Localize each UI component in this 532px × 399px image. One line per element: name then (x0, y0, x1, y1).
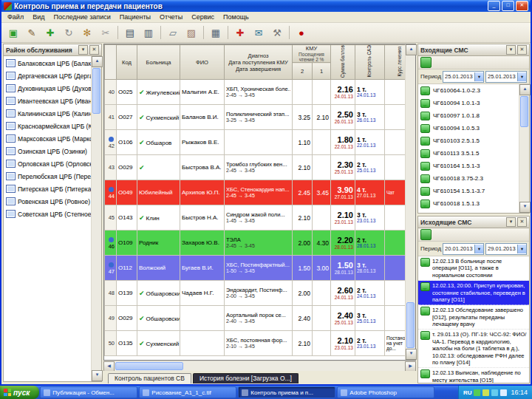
close-panel-icon[interactable]: ✕ (89, 45, 99, 55)
scroll-down-icon[interactable]: ▼ (406, 349, 417, 360)
incoming-sms-item[interactable]: ЧГ610064-1.0-2.3 (418, 84, 519, 97)
cut-icon[interactable]: ✂ (97, 24, 115, 41)
table-row[interactable]: 47О112ВолжскийБугаев В.И.ХБС, Постинфарк… (105, 256, 406, 281)
incoming-date-to[interactable]: 25.01.2013▼ (485, 71, 527, 83)
district-item[interactable]: Калининская ЦРБ (Калининск) (4, 107, 91, 120)
taskbar-button[interactable]: Рисование_А1_1_с.tif (139, 386, 236, 398)
table-row[interactable]: 50О135✔СухменскийХБС, постоянная фор...2… (105, 331, 406, 356)
add-record-icon[interactable]: ✚ (41, 24, 59, 41)
pin-panel-icon[interactable]: ▾ (78, 45, 88, 55)
network-icon[interactable] (491, 389, 498, 396)
close-panel-icon[interactable]: ✕ (517, 45, 527, 55)
start-button[interactable]: пуск (0, 386, 39, 399)
language-indicator[interactable]: RU (463, 389, 472, 396)
incoming-sms-item[interactable]: ЧГ610094 1.0.5.3 (418, 122, 519, 134)
district-item[interactable]: Духовницкая ЦРБ (Духовницкое) (4, 82, 91, 95)
close-panel-icon[interactable]: ✕ (517, 217, 527, 227)
copy-icon[interactable]: ▱ (164, 24, 182, 41)
header-code[interactable]: Код (117, 45, 137, 80)
district-item[interactable]: Ивантеевская ЦРБ (Ивантеевка) (4, 95, 91, 107)
menu-item[interactable]: Сервис (187, 13, 219, 21)
header-kmu-group[interactable]: КМУ Посещения чтение 2 % (293, 45, 331, 63)
incoming-sms-item[interactable]: ЧГ610113 3.5.1.5 (418, 147, 519, 160)
chevron-down-icon[interactable]: ▼ (474, 245, 483, 253)
header-fio[interactable]: ФИО (180, 45, 225, 80)
taskbar-button[interactable]: Публикация - Обмен... (40, 386, 137, 398)
header-kmu1[interactable]: 1 (313, 63, 331, 80)
tools-icon[interactable]: ⚒ (268, 24, 286, 41)
titlebar[interactable]: Контроль приема и передачи пациентов _ □… (1, 0, 531, 12)
table-row[interactable]: 41О027✔СухменскийБаланов В.И.Поликлиниче… (105, 105, 406, 130)
outgoing-date-to[interactable]: 29.01.2013▼ (485, 243, 527, 255)
outgoing-sms-item[interactable]: 12.02.13 Обследование завершено [О12], р… (418, 305, 529, 330)
incoming-sms-item[interactable]: ЧГ610154 1.5.1-3.7 (418, 185, 519, 197)
chevron-down-icon[interactable]: ▼ (474, 72, 483, 81)
antivirus-shield-icon[interactable] (474, 389, 480, 396)
outgoing-sms-item[interactable]: 12.02.13 Выписан, наблюдение по месту жи… (418, 368, 529, 383)
taskbar-button[interactable]: Adobe Photoshop (337, 386, 434, 398)
menu-item[interactable]: Пациенты (115, 13, 155, 21)
scrollbar-thumb[interactable] (92, 68, 100, 114)
close-button[interactable]: ✕ (516, 1, 528, 11)
header-kmu2[interactable]: 2 (293, 63, 313, 80)
table-row[interactable]: 42О106✔ОбшаровРыжаков В.Е.1.101.8022.01.… (105, 130, 406, 155)
new-sms-icon[interactable] (420, 57, 432, 68)
header-hospital[interactable]: Больница (137, 45, 180, 80)
chevron-down-icon[interactable]: ▼ (517, 72, 526, 81)
scrollbar-thumb[interactable] (520, 96, 528, 127)
scroll-up-icon[interactable]: ▲ (92, 56, 103, 67)
menu-item[interactable]: Последние записи (49, 13, 115, 21)
stop-icon[interactable]: ● (293, 24, 310, 41)
scroll-down-icon[interactable]: ▼ (519, 202, 531, 213)
districts-scrollbar[interactable]: ▲ ▼ (91, 56, 101, 381)
clock[interactable]: 16:14 (511, 389, 528, 396)
scroll-down-icon[interactable]: ▼ (92, 370, 103, 381)
database-icon[interactable]: ▣ (4, 24, 22, 41)
chevron-down-icon[interactable]: ▼ (517, 245, 526, 253)
scrollbar-thumb[interactable] (406, 302, 415, 348)
district-item[interactable]: Питерская ЦРБ (Питерка) (4, 183, 91, 195)
minimize-button[interactable]: _ (488, 1, 500, 11)
table-row[interactable]: 45О143✔КлинБыстров Н.А.Синдром жакой пол… (105, 205, 406, 231)
maximize-button[interactable]: □ (502, 1, 514, 11)
table-row[interactable]: 40О025✔ЖигулевскийМалыгин А.Е.ХБП, Хрони… (105, 80, 406, 105)
scrollbar-thumb[interactable] (115, 362, 183, 370)
bottom-tab[interactable]: История болезни [Загрузка О...] (193, 373, 299, 383)
incoming-sms-item[interactable]: ЧГ610097 1.0.1.8 (418, 109, 519, 122)
taskbar-button[interactable]: Контроль приема и п... (238, 386, 335, 398)
print-icon[interactable]: ▤ (121, 24, 139, 41)
header-score[interactable]: Сумма баллов (331, 45, 355, 80)
district-item[interactable]: Перелюбская ЦРБ (Перелюб) (4, 170, 91, 183)
scroll-up-icon[interactable]: ▲ (406, 44, 417, 55)
table-vscrollbar[interactable]: ▲ ▼ (405, 44, 415, 360)
district-item[interactable]: Дергачевская ЦРБ (Дергачи) (4, 69, 91, 82)
incoming-sms-scrollbar[interactable]: ▲ ▼ (519, 84, 529, 213)
district-item[interactable]: Озинская ЦРБ (Озинки) (4, 145, 91, 157)
menu-item[interactable]: Помощь (219, 13, 253, 21)
table-hscrollbar[interactable]: ◀ ▶ (103, 361, 416, 371)
district-item[interactable]: Орловская ЦРБ (Орловское) (4, 157, 91, 170)
mail-icon[interactable]: ✉ (250, 24, 267, 41)
pin-panel-icon[interactable]: ▾ (506, 217, 516, 227)
wand-icon[interactable]: ✻ (78, 24, 96, 41)
pin-panel-icon[interactable]: ▾ (506, 45, 516, 55)
incoming-sms-item[interactable]: ЧГ610094 1.0.1-3 (418, 97, 519, 109)
card-view-icon[interactable]: ▦ (207, 24, 225, 41)
header-diagnosis[interactable]: Диагноз Дата поступления КМУ Дата заверш… (225, 45, 293, 80)
incoming-sms-item[interactable]: ЧГ610103 2.5.1.5 (418, 134, 519, 147)
table-row[interactable]: 49О029✔ОбшаровскийАортальный порок се...… (105, 306, 406, 331)
outgoing-date-from[interactable]: 20.01.2013▼ (443, 243, 484, 255)
district-item[interactable]: Марксовская ЦРБ (Маркс) (4, 132, 91, 145)
district-item[interactable]: Балаковская ЦРБ (Балаково) (4, 57, 91, 69)
outgoing-sms-item[interactable]: 12.02.13 В больнице после операции [О11]… (418, 256, 529, 281)
incoming-sms-item[interactable]: ЧГ610164 1.5.1-3 (418, 160, 519, 172)
first-aid-icon[interactable]: ✚ (231, 24, 249, 41)
header-extra[interactable]: Курс лечения (385, 45, 406, 80)
edit-record-icon[interactable]: ✎ (23, 24, 41, 41)
outgoing-sms-item[interactable]: т. 29.01.13 (О). ПГ-19: ЧСС-92: ФИО/ЧА-1… (418, 330, 529, 368)
paste-icon[interactable]: ▨ (183, 24, 200, 41)
volume-icon[interactable] (500, 389, 507, 396)
outgoing-sms-item[interactable]: 12.02.13, 20:00. Приступ купирован, сост… (418, 281, 529, 305)
menu-item[interactable]: Файл (3, 13, 28, 21)
table-row[interactable]: 48О139✔ОбшаровскийЧадаев Н.Г.Эндокардит,… (105, 281, 406, 306)
